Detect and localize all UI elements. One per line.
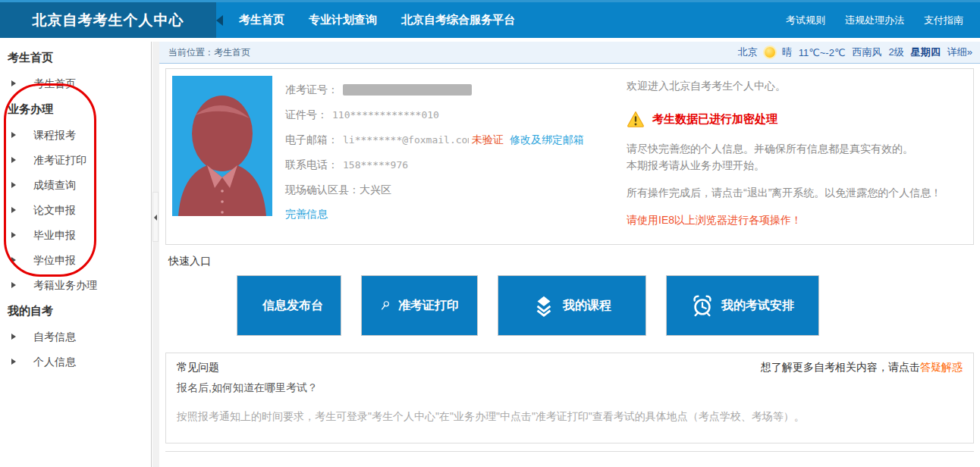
sidebar-section-my-selfexam: 我的自考: [0, 298, 151, 324]
weather-wind-level: 2级: [889, 45, 904, 59]
triangle-bullet-icon: [11, 257, 16, 263]
link-payment-guide[interactable]: 支付指南: [924, 14, 963, 27]
sidebar-item-exam-record-services[interactable]: 考籍业务办理: [0, 273, 151, 298]
sidebar-item-admission-ticket-print[interactable]: 准考证打印: [0, 148, 151, 173]
sidebar-collapse-handle[interactable]: [152, 192, 159, 242]
sidebar: 考生首页 考生首页 业务办理 课程报考 准考证打印 成绩查询 论文申报 毕业申报…: [0, 42, 152, 467]
field-phone: 联系电话： 158*****976: [285, 152, 584, 177]
header-links: 考试规则 违规处理办法 支付指南: [786, 14, 980, 27]
main-content: 当前位置：考生首页 北京 晴 11℃~-2℃ 西南风 2级 星期四 详细»: [159, 42, 980, 467]
complete-info-link[interactable]: 完善信息: [285, 208, 328, 221]
welcome-block: 欢迎进入北京自考考生个人中心。 考生数据已进行加密处理 请尽快完善您的个人信息。…: [627, 80, 980, 227]
link-exam-rules[interactable]: 考试规则: [786, 14, 825, 27]
page-title: 北京自考考生个人中心: [33, 11, 184, 30]
triangle-bullet-icon: [11, 157, 16, 163]
faq-head: 常见问题 想了解更多自考相关内容，请点击答疑解惑: [177, 361, 963, 375]
main-nav: 考生首页 专业计划查询 北京自考综合服务平台: [239, 13, 515, 27]
browser-note: 请使用IE8以上浏览器进行各项操作！: [627, 214, 980, 227]
weather-widget: 北京 晴 11℃~-2℃ 西南风 2级 星期四 详细»: [738, 45, 972, 59]
faq-title: 常见问题: [177, 361, 219, 375]
faq-panel: 常见问题 想了解更多自考相关内容，请点击答疑解惑 报名后,如何知道在哪里考试？ …: [165, 353, 974, 443]
welcome-line3: 所有操作完成后，请点击“退出”离开系统。以免泄露您的个人信息！: [627, 184, 980, 201]
quick-button-ticket-print[interactable]: 准考证打印: [361, 275, 478, 336]
breadcrumb-bar: 当前位置：考生首页 北京 晴 11℃~-2℃ 西南风 2级 星期四 详细»: [159, 42, 980, 64]
profile-fields: 准考证号： 证件号： 110************010 电子邮箱： li**…: [285, 77, 584, 221]
field-email: 电子邮箱： li********@foxmail.com 未验证 修改及绑定邮箱: [285, 127, 584, 152]
nav-major-plan-query[interactable]: 专业计划查询: [309, 13, 377, 27]
quick-button-info-board[interactable]: 信息发布台: [237, 275, 341, 336]
triangle-bullet-icon: [11, 207, 16, 213]
field-exam-no: 准考证号：: [285, 77, 584, 102]
triangle-bullet-icon: [11, 359, 16, 365]
alert-text: 考生数据已进行加密处理: [652, 112, 777, 127]
quick-button-my-exam-schedule[interactable]: 我的考试安排: [666, 275, 819, 336]
masked-exam-no: [343, 84, 472, 96]
triangle-bullet-icon: [11, 334, 16, 340]
email-unverified-badge[interactable]: 未验证: [472, 133, 504, 147]
email-modify-bind-link[interactable]: 修改及绑定邮箱: [510, 133, 584, 147]
weather-wind: 西南风: [853, 45, 882, 59]
layers-icon: [532, 294, 555, 317]
triangle-bullet-icon: [11, 80, 16, 86]
magnifier-icon: [380, 294, 391, 317]
sidebar-section-business: 业务办理: [0, 96, 151, 123]
weather-detail-link[interactable]: 详细»: [947, 45, 972, 59]
triangle-bullet-icon: [11, 182, 16, 188]
triangle-bullet-icon: [11, 232, 16, 238]
email-value: li********@foxmail.com: [343, 134, 469, 146]
alarm-clock-icon: [691, 294, 714, 317]
quick-access-title: 快速入口: [168, 255, 980, 268]
field-id-number: 证件号： 110************010: [285, 102, 584, 127]
sidebar-item-graduation-application[interactable]: 毕业申报: [0, 223, 151, 248]
sidebar-item-selfexam-info[interactable]: 自考信息: [0, 324, 151, 349]
weather-condition: 晴: [782, 45, 792, 59]
link-violation-handling[interactable]: 违规处理办法: [845, 14, 904, 27]
nav-candidate-home[interactable]: 考生首页: [239, 13, 284, 27]
faq-more: 想了解更多自考相关内容，请点击答疑解惑: [761, 361, 963, 375]
quick-access-row: 信息发布台 准考证打印 我的课程: [237, 275, 980, 336]
faq-question: 报名后,如何知道在哪里考试？: [177, 381, 963, 395]
sidebar-item-personal-info[interactable]: 个人信息: [0, 349, 151, 375]
welcome-line1: 请尽快完善您的个人信息。并确保所有信息都是真实有效的。: [627, 140, 980, 157]
sun-icon: [765, 47, 775, 58]
encryption-alert: 考生数据已进行加密处理: [627, 111, 980, 127]
quick-button-my-courses[interactable]: 我的课程: [498, 275, 646, 336]
sidebar-item-candidate-home[interactable]: 考生首页: [0, 71, 151, 96]
app-title-box: 北京自考考生个人中心: [0, 2, 216, 38]
sidebar-item-degree-application[interactable]: 学位申报: [0, 248, 151, 273]
nav-service-platform[interactable]: 北京自考综合服务平台: [401, 13, 515, 27]
profile-panel: 准考证号： 证件号： 110************010 电子邮箱： li**…: [165, 68, 974, 245]
triangle-bullet-icon: [11, 132, 16, 138]
sidebar-gap: [152, 42, 159, 467]
faq-qa-link[interactable]: 答疑解惑: [920, 361, 963, 373]
sidebar-section-candidate-home: 考生首页: [0, 45, 151, 71]
title-arrow-icon: [216, 15, 223, 26]
weather-city[interactable]: 北京: [738, 45, 758, 59]
warning-icon: [627, 111, 645, 127]
avatar: [172, 76, 272, 216]
sidebar-item-score-query[interactable]: 成绩查询: [0, 173, 151, 198]
sidebar-item-course-registration[interactable]: 课程报考: [0, 123, 151, 148]
header-bar: 北京自考考生个人中心 考生首页 专业计划查询 北京自考综合服务平台 考试规则 违…: [0, 0, 980, 38]
faq-answer: 按照报考通知上的时间要求，考生可登录"考生个人中心"在"业务办理"中点击"准考证…: [177, 410, 963, 424]
field-district: 现场确认区县： 大兴区: [285, 177, 584, 202]
welcome-greeting: 欢迎进入北京自考考生个人中心。: [627, 80, 980, 93]
triangle-bullet-icon: [11, 282, 16, 288]
weather-day: 星期四: [911, 45, 941, 59]
welcome-line2: 本期报考请从业务办理开始。: [627, 157, 980, 174]
weather-temperature: 11℃~-2℃: [799, 47, 846, 58]
footer-divider: [165, 451, 974, 462]
sidebar-item-thesis-application[interactable]: 论文申报: [0, 198, 151, 223]
breadcrumb: 当前位置：考生首页: [168, 46, 250, 59]
